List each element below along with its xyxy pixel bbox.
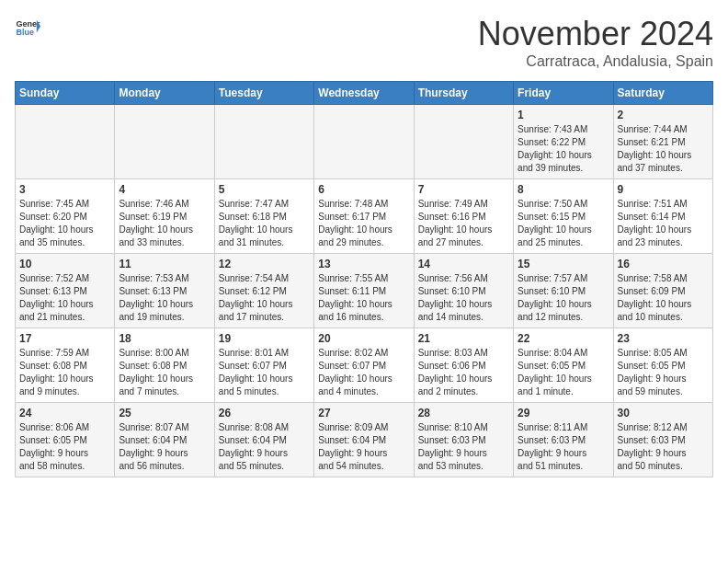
day-info: Sunrise: 7:49 AM Sunset: 6:16 PM Dayligh… bbox=[418, 198, 509, 249]
month-title: November 2024 bbox=[478, 15, 713, 53]
day-number: 27 bbox=[318, 407, 409, 419]
day-number: 14 bbox=[418, 258, 509, 270]
logo-icon: General Blue bbox=[15, 15, 40, 40]
day-info: Sunrise: 7:52 AM Sunset: 6:13 PM Dayligh… bbox=[19, 272, 110, 324]
day-number: 28 bbox=[418, 407, 509, 419]
day-number: 21 bbox=[418, 332, 509, 345]
day-info: Sunrise: 8:03 AM Sunset: 6:06 PM Dayligh… bbox=[418, 347, 509, 398]
day-number: 26 bbox=[219, 407, 310, 419]
calendar-cell: 11Sunrise: 7:53 AM Sunset: 6:13 PM Dayli… bbox=[115, 254, 214, 328]
day-number: 29 bbox=[518, 407, 609, 419]
calendar-cell: 20Sunrise: 8:02 AM Sunset: 6:07 PM Dayli… bbox=[314, 328, 414, 403]
calendar-cell: 27Sunrise: 8:09 AM Sunset: 6:04 PM Dayli… bbox=[314, 403, 414, 477]
day-number: 7 bbox=[418, 183, 509, 196]
day-info: Sunrise: 7:54 AM Sunset: 6:12 PM Dayligh… bbox=[219, 272, 310, 324]
day-info: Sunrise: 7:47 AM Sunset: 6:18 PM Dayligh… bbox=[219, 198, 310, 249]
day-number: 5 bbox=[219, 183, 310, 196]
day-number: 19 bbox=[219, 332, 310, 345]
svg-text:Blue: Blue bbox=[16, 28, 34, 37]
day-number: 1 bbox=[518, 109, 609, 121]
day-info: Sunrise: 8:09 AM Sunset: 6:04 PM Dayligh… bbox=[318, 421, 409, 473]
calendar-cell bbox=[16, 105, 115, 179]
calendar-cell: 25Sunrise: 8:07 AM Sunset: 6:04 PM Dayli… bbox=[115, 403, 214, 477]
day-info: Sunrise: 8:02 AM Sunset: 6:07 PM Dayligh… bbox=[318, 347, 409, 398]
calendar-cell: 14Sunrise: 7:56 AM Sunset: 6:10 PM Dayli… bbox=[414, 254, 513, 328]
calendar-cell: 12Sunrise: 7:54 AM Sunset: 6:12 PM Dayli… bbox=[214, 254, 313, 328]
day-info: Sunrise: 7:48 AM Sunset: 6:17 PM Dayligh… bbox=[318, 198, 409, 249]
calendar-cell: 7Sunrise: 7:49 AM Sunset: 6:16 PM Daylig… bbox=[414, 179, 513, 254]
day-info: Sunrise: 7:44 AM Sunset: 6:21 PM Dayligh… bbox=[618, 123, 709, 175]
day-number: 20 bbox=[318, 332, 409, 345]
weekday-header-row: SundayMondayTuesdayWednesdayThursdayFrid… bbox=[16, 82, 713, 105]
day-number: 12 bbox=[219, 258, 310, 270]
day-info: Sunrise: 7:58 AM Sunset: 6:09 PM Dayligh… bbox=[618, 272, 709, 324]
day-number: 2 bbox=[618, 109, 709, 121]
calendar-table: SundayMondayTuesdayWednesdayThursdayFrid… bbox=[15, 81, 713, 477]
week-row-4: 17Sunrise: 7:59 AM Sunset: 6:08 PM Dayli… bbox=[16, 328, 713, 403]
day-number: 16 bbox=[618, 258, 709, 270]
day-number: 22 bbox=[518, 332, 609, 345]
day-info: Sunrise: 7:56 AM Sunset: 6:10 PM Dayligh… bbox=[418, 272, 509, 324]
day-number: 15 bbox=[518, 258, 609, 270]
calendar-cell: 4Sunrise: 7:46 AM Sunset: 6:19 PM Daylig… bbox=[115, 179, 214, 254]
calendar-cell: 24Sunrise: 8:06 AM Sunset: 6:05 PM Dayli… bbox=[16, 403, 115, 477]
week-row-5: 24Sunrise: 8:06 AM Sunset: 6:05 PM Dayli… bbox=[16, 403, 713, 477]
calendar-cell: 21Sunrise: 8:03 AM Sunset: 6:06 PM Dayli… bbox=[414, 328, 513, 403]
day-number: 23 bbox=[618, 332, 709, 345]
day-info: Sunrise: 7:43 AM Sunset: 6:22 PM Dayligh… bbox=[518, 123, 609, 175]
day-number: 25 bbox=[119, 407, 210, 419]
day-info: Sunrise: 7:45 AM Sunset: 6:20 PM Dayligh… bbox=[19, 198, 110, 249]
day-number: 8 bbox=[518, 183, 609, 196]
day-info: Sunrise: 7:55 AM Sunset: 6:11 PM Dayligh… bbox=[318, 272, 409, 324]
day-number: 18 bbox=[119, 332, 210, 345]
day-number: 24 bbox=[19, 407, 110, 419]
calendar-cell: 3Sunrise: 7:45 AM Sunset: 6:20 PM Daylig… bbox=[16, 179, 115, 254]
weekday-header-sunday: Sunday bbox=[16, 82, 115, 105]
day-info: Sunrise: 7:46 AM Sunset: 6:19 PM Dayligh… bbox=[119, 198, 210, 249]
day-info: Sunrise: 8:07 AM Sunset: 6:04 PM Dayligh… bbox=[119, 421, 210, 473]
calendar-cell: 5Sunrise: 7:47 AM Sunset: 6:18 PM Daylig… bbox=[214, 179, 313, 254]
calendar-cell: 6Sunrise: 7:48 AM Sunset: 6:17 PM Daylig… bbox=[314, 179, 414, 254]
weekday-header-monday: Monday bbox=[115, 82, 214, 105]
calendar-cell bbox=[414, 105, 513, 179]
calendar-cell: 1Sunrise: 7:43 AM Sunset: 6:22 PM Daylig… bbox=[514, 105, 613, 179]
day-info: Sunrise: 8:10 AM Sunset: 6:03 PM Dayligh… bbox=[418, 421, 509, 473]
calendar-cell: 17Sunrise: 7:59 AM Sunset: 6:08 PM Dayli… bbox=[16, 328, 115, 403]
week-row-1: 1Sunrise: 7:43 AM Sunset: 6:22 PM Daylig… bbox=[16, 105, 713, 179]
day-info: Sunrise: 7:50 AM Sunset: 6:15 PM Dayligh… bbox=[518, 198, 609, 249]
day-number: 4 bbox=[119, 183, 210, 196]
calendar-cell bbox=[314, 105, 414, 179]
day-info: Sunrise: 7:53 AM Sunset: 6:13 PM Dayligh… bbox=[119, 272, 210, 324]
title-area: November 2024 Carratraca, Andalusia, Spa… bbox=[478, 15, 713, 70]
day-number: 13 bbox=[318, 258, 409, 270]
day-number: 30 bbox=[618, 407, 709, 419]
weekday-header-thursday: Thursday bbox=[414, 82, 513, 105]
weekday-header-saturday: Saturday bbox=[613, 82, 712, 105]
calendar-cell: 13Sunrise: 7:55 AM Sunset: 6:11 PM Dayli… bbox=[314, 254, 414, 328]
location-subtitle: Carratraca, Andalusia, Spain bbox=[478, 53, 713, 70]
calendar-cell: 22Sunrise: 8:04 AM Sunset: 6:05 PM Dayli… bbox=[514, 328, 613, 403]
calendar-cell: 29Sunrise: 8:11 AM Sunset: 6:03 PM Dayli… bbox=[514, 403, 613, 477]
calendar-cell: 15Sunrise: 7:57 AM Sunset: 6:10 PM Dayli… bbox=[514, 254, 613, 328]
weekday-header-tuesday: Tuesday bbox=[214, 82, 313, 105]
calendar-cell bbox=[115, 105, 214, 179]
weekday-header-friday: Friday bbox=[514, 82, 613, 105]
day-number: 17 bbox=[19, 332, 110, 345]
day-number: 3 bbox=[19, 183, 110, 196]
day-info: Sunrise: 8:08 AM Sunset: 6:04 PM Dayligh… bbox=[219, 421, 310, 473]
calendar-cell: 16Sunrise: 7:58 AM Sunset: 6:09 PM Dayli… bbox=[613, 254, 712, 328]
day-info: Sunrise: 8:01 AM Sunset: 6:07 PM Dayligh… bbox=[219, 347, 310, 398]
weekday-header-wednesday: Wednesday bbox=[314, 82, 414, 105]
calendar-cell: 28Sunrise: 8:10 AM Sunset: 6:03 PM Dayli… bbox=[414, 403, 513, 477]
calendar-cell: 30Sunrise: 8:12 AM Sunset: 6:03 PM Dayli… bbox=[613, 403, 712, 477]
day-number: 6 bbox=[318, 183, 409, 196]
calendar-cell: 8Sunrise: 7:50 AM Sunset: 6:15 PM Daylig… bbox=[514, 179, 613, 254]
logo: General Blue bbox=[15, 15, 40, 40]
day-number: 10 bbox=[19, 258, 110, 270]
day-number: 9 bbox=[618, 183, 709, 196]
day-info: Sunrise: 7:57 AM Sunset: 6:10 PM Dayligh… bbox=[518, 272, 609, 324]
day-info: Sunrise: 8:06 AM Sunset: 6:05 PM Dayligh… bbox=[19, 421, 110, 473]
day-info: Sunrise: 7:51 AM Sunset: 6:14 PM Dayligh… bbox=[618, 198, 709, 249]
calendar-cell: 19Sunrise: 8:01 AM Sunset: 6:07 PM Dayli… bbox=[214, 328, 313, 403]
day-info: Sunrise: 7:59 AM Sunset: 6:08 PM Dayligh… bbox=[19, 347, 110, 398]
